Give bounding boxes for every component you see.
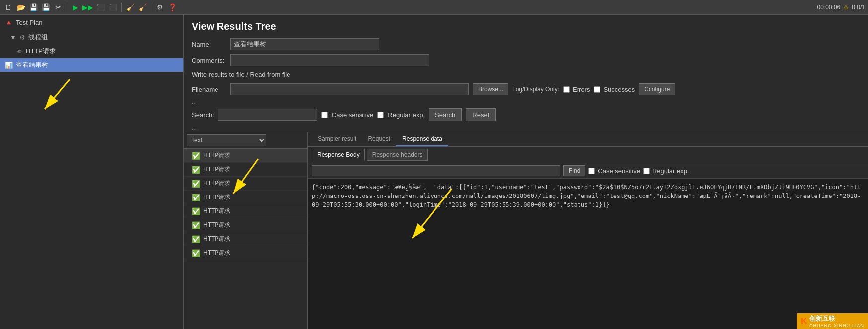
result-label-7: HTTP请求 bbox=[203, 249, 230, 257]
result-item-4[interactable]: ✅ HTTP请求 bbox=[184, 204, 307, 218]
toolbar-help-icon[interactable]: ❓ bbox=[167, 2, 178, 13]
result-item-6[interactable]: ✅ HTTP请求 bbox=[184, 232, 307, 246]
toolbar-clear-icon[interactable]: 🧹 bbox=[125, 2, 136, 13]
results-list: Text HTML JSON XML Regexp Tester CSS/JQu… bbox=[184, 132, 308, 329]
toolbar-new-icon[interactable]: 🗋 bbox=[3, 2, 14, 13]
result-icon-3: ✅ bbox=[192, 194, 200, 201]
result-item-1[interactable]: ✅ HTTP请求 bbox=[184, 163, 307, 177]
toolbar-stop-icon[interactable]: ⬛ bbox=[95, 2, 106, 13]
name-row: Name: bbox=[184, 36, 868, 52]
content-panel: View Results Tree Name: Comments: Write … bbox=[184, 15, 868, 329]
sidebar-item-test-plan[interactable]: 🔺 Test Plan bbox=[0, 15, 183, 30]
find-case-sensitive-checkbox[interactable] bbox=[588, 168, 595, 174]
svg-line-1 bbox=[45, 79, 70, 109]
format-select[interactable]: Text HTML JSON XML Regexp Tester CSS/JQu… bbox=[187, 134, 266, 146]
toolbar-open-icon[interactable]: 📂 bbox=[15, 2, 26, 13]
filename-row: Filename Browse... Log/Display Only: Err… bbox=[184, 81, 868, 97]
toolbar-right: 00:00:06 ⚠ 0 0/1 bbox=[817, 4, 865, 11]
http-request-label: HTTP请求 bbox=[26, 47, 56, 56]
toolbar-save-icon[interactable]: 💾 bbox=[28, 2, 39, 13]
search-label: Search: bbox=[192, 111, 214, 119]
toolbar-separator-3 bbox=[151, 3, 151, 12]
result-label-4: HTTP请求 bbox=[203, 207, 230, 215]
find-input[interactable] bbox=[312, 165, 560, 176]
result-icon-6: ✅ bbox=[192, 235, 200, 243]
toolbar-stop-now-icon[interactable]: ⬛ bbox=[107, 2, 118, 13]
response-content[interactable]: {"code":200,"message":"æ¥è¿½ãæ", "data":… bbox=[308, 179, 868, 329]
reset-button[interactable]: Reset bbox=[466, 108, 496, 121]
result-items-container: ✅ HTTP请求 ✅ HTTP请求 ✅ HTTP请求 ✅ HTTP请求 bbox=[184, 149, 307, 260]
toolbar-clear-all-icon[interactable]: 🧹 bbox=[137, 2, 148, 13]
collapse-icon: ▼ bbox=[10, 34, 16, 41]
sub-tab-response-body[interactable]: Response Body bbox=[312, 149, 365, 161]
tabs-row: Sampler result Request Response data bbox=[308, 132, 868, 147]
find-regular-exp-checkbox[interactable] bbox=[643, 168, 650, 174]
gear-icon: ⚙ bbox=[19, 34, 25, 41]
errors-checkbox[interactable] bbox=[563, 86, 570, 93]
result-label-6: HTTP请求 bbox=[203, 235, 230, 243]
result-item-5[interactable]: ✅ HTTP请求 bbox=[184, 218, 307, 232]
test-plan-icon: 🔺 bbox=[5, 19, 13, 26]
chart-icon: 📊 bbox=[5, 62, 13, 69]
configure-button[interactable]: Configure bbox=[639, 83, 675, 95]
divider-dots-1: ... bbox=[184, 97, 868, 106]
comments-row: Comments: bbox=[184, 52, 868, 68]
successes-checkbox-row: Successes bbox=[594, 86, 635, 93]
status-display: 0 0/1 bbox=[852, 4, 865, 11]
comments-input[interactable] bbox=[230, 54, 429, 66]
toolbar: 🗋 📂 💾 💾 ✂ ▶ ▶▶ ⬛ ⬛ 🧹 🧹 ⚙ ❓ 00:00:06 ⚠ 0 … bbox=[0, 0, 868, 15]
result-label-5: HTTP请求 bbox=[203, 221, 230, 229]
toolbar-run-icon[interactable]: ▶ bbox=[70, 2, 81, 13]
errors-checkbox-row: Errors bbox=[563, 86, 590, 93]
result-icon-7: ✅ bbox=[192, 249, 200, 257]
regular-exp-label: Regular exp. bbox=[388, 111, 425, 119]
result-item-7[interactable]: ✅ HTTP请求 bbox=[184, 246, 307, 260]
filename-label: Filename bbox=[192, 86, 226, 93]
result-icon-2: ✅ bbox=[192, 180, 200, 188]
find-button[interactable]: Find bbox=[563, 165, 585, 176]
result-item-2[interactable]: ✅ HTTP请求 bbox=[184, 177, 307, 191]
toolbar-separator-2 bbox=[121, 3, 122, 12]
toolbar-run-all-icon[interactable]: ▶▶ bbox=[82, 2, 93, 13]
case-sensitive-label: Case sensitive bbox=[332, 111, 374, 119]
case-sensitive-checkbox[interactable] bbox=[321, 112, 328, 118]
name-label: Name: bbox=[192, 41, 226, 48]
filename-input[interactable] bbox=[230, 83, 469, 95]
result-label-0: HTTP请求 bbox=[203, 151, 230, 160]
search-input[interactable] bbox=[218, 109, 317, 121]
sidebar: 🔺 Test Plan ▼ ⚙ 线程组 ✏ HTTP请求 📊 查看结果树 bbox=[0, 15, 184, 329]
yellow-arrow-1 bbox=[30, 74, 89, 124]
tab-request[interactable]: Request bbox=[362, 132, 396, 146]
result-icon-5: ✅ bbox=[192, 221, 200, 229]
main-area: 🔺 Test Plan ▼ ⚙ 线程组 ✏ HTTP请求 📊 查看结果树 bbox=[0, 15, 868, 329]
sub-tabs-row: Response Body Response headers bbox=[308, 147, 868, 163]
write-results-label: Write results to file / Read from file bbox=[184, 68, 868, 81]
result-item-3[interactable]: ✅ HTTP请求 bbox=[184, 191, 307, 204]
browse-button[interactable]: Browse... bbox=[473, 83, 508, 95]
search-button[interactable]: Search bbox=[429, 108, 462, 121]
find-regular-exp-label: Regular exp. bbox=[652, 167, 689, 175]
sub-tab-response-headers[interactable]: Response headers bbox=[367, 149, 428, 161]
toolbar-saveas-icon[interactable]: 💾 bbox=[40, 2, 51, 13]
find-row: Find Case sensitive Regular exp. bbox=[308, 163, 868, 179]
regular-exp-checkbox[interactable] bbox=[377, 112, 384, 118]
log-display-label: Log/Display Only: bbox=[512, 86, 559, 93]
name-input[interactable] bbox=[230, 38, 379, 50]
result-item-0[interactable]: ✅ HTTP请求 bbox=[184, 149, 307, 163]
toolbar-cut-icon[interactable]: ✂ bbox=[53, 2, 64, 13]
thread-group-label: 线程组 bbox=[28, 33, 48, 42]
sidebar-item-thread-group[interactable]: ▼ ⚙ 线程组 bbox=[0, 30, 183, 44]
result-icon-4: ✅ bbox=[192, 207, 200, 215]
pencil-icon: ✏ bbox=[17, 48, 23, 55]
toolbar-settings-icon[interactable]: ⚙ bbox=[154, 2, 165, 13]
errors-label: Errors bbox=[573, 86, 590, 93]
sidebar-item-http-request[interactable]: ✏ HTTP请求 bbox=[0, 44, 183, 58]
result-icon-0: ✅ bbox=[192, 152, 200, 160]
result-label-1: HTTP请求 bbox=[203, 165, 230, 174]
successes-checkbox[interactable] bbox=[594, 86, 600, 93]
sidebar-item-view-results[interactable]: 📊 查看结果树 bbox=[0, 58, 183, 72]
find-case-sensitive-label: Case sensitive bbox=[598, 167, 640, 175]
response-content-wrapper: {"code":200,"message":"æ¥è¿½ãæ", "data":… bbox=[308, 179, 868, 329]
tab-sampler-result[interactable]: Sampler result bbox=[312, 132, 362, 146]
tab-response-data[interactable]: Response data bbox=[396, 132, 448, 146]
